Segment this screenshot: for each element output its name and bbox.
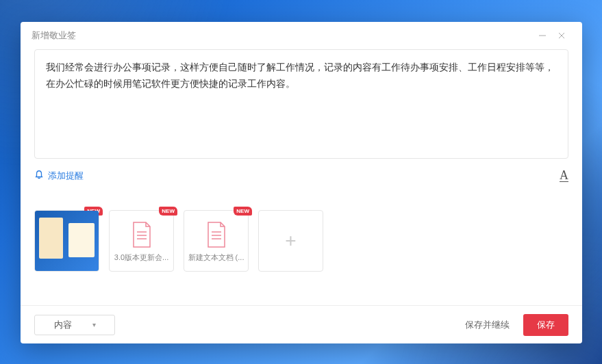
minimize-button[interactable]	[533, 26, 552, 45]
attachment-caption: 3.0版本更新会...	[110, 252, 173, 267]
attachment-card[interactable]: NEW 3.0版本更新会...	[109, 210, 174, 272]
attachment-caption: 新建文本文档 (...	[184, 252, 248, 267]
bell-icon	[34, 170, 44, 181]
category-select[interactable]: 内容 ▾	[34, 315, 115, 335]
select-value: 内容	[54, 319, 72, 331]
attachment-card[interactable]: NEW 新建文本文档 (...	[184, 210, 249, 272]
attachment-card[interactable]: NEW	[34, 210, 99, 272]
add-reminder-label: 添加提醒	[48, 170, 84, 182]
close-button[interactable]	[552, 26, 571, 45]
attachments-row: NEW NEW 3.0版本更新会... NEW 新建文本文档 (... +	[34, 210, 568, 272]
attachment-thumbnail	[35, 211, 99, 271]
chevron-down-icon: ▾	[92, 321, 96, 328]
add-attachment-button[interactable]: +	[258, 210, 323, 272]
new-note-dialog: 新增敬业签 添加提醒 A NEW NEW	[21, 22, 582, 343]
document-icon	[131, 221, 153, 248]
save-button[interactable]: 保存	[523, 314, 568, 336]
new-badge: NEW	[234, 207, 252, 216]
note-textarea[interactable]	[34, 49, 568, 159]
font-format-button[interactable]: A	[560, 168, 568, 183]
document-icon	[205, 221, 227, 248]
plus-icon: +	[285, 230, 296, 252]
dialog-footer: 内容 ▾ 保存并继续 保存	[21, 305, 582, 343]
dialog-title: 新增敬业签	[32, 29, 76, 42]
titlebar: 新增敬业签	[21, 22, 582, 49]
add-reminder-button[interactable]: 添加提醒	[34, 170, 84, 182]
new-badge: NEW	[159, 207, 177, 216]
save-continue-button[interactable]: 保存并继续	[460, 315, 515, 335]
